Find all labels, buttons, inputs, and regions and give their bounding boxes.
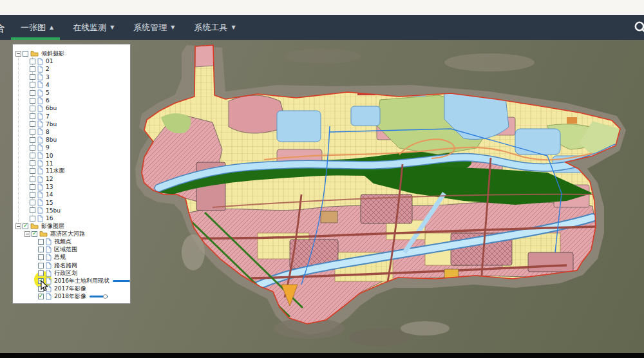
checkbox-6[interactable] — [30, 98, 35, 104]
file-icon — [37, 113, 43, 120]
slider-handle[interactable] — [103, 294, 108, 299]
tree-item-label[interactable]: 6 — [46, 97, 50, 104]
tree-item-label[interactable]: 路名路网 — [54, 261, 77, 270]
opacity-slider-2018年影像[interactable] — [90, 296, 108, 297]
tree-item-label[interactable]: 14 — [46, 191, 53, 198]
app-window: 合 一张图▲在线监测▼系统管理▼系统工具▼ — [0, 0, 644, 358]
file-icon — [37, 167, 43, 174]
tree-item-label[interactable]: 5 — [46, 90, 50, 96]
tree-item-label[interactable]: 4 — [46, 82, 50, 88]
check-icon: ✓ — [23, 222, 28, 229]
folder-icon — [30, 50, 39, 57]
tree-item-label[interactable]: 13 — [46, 184, 53, 190]
tree-item-label[interactable]: 8bu — [46, 137, 57, 143]
nav-item-系统工具[interactable]: 系统工具▼ — [193, 15, 236, 40]
tree-item-label[interactable]: 倾斜摄影 — [41, 50, 64, 58]
tree-item-2: 2 — [13, 65, 130, 73]
top-navbar: 合 一张图▲在线监测▼系统管理▼系统工具▼ — [0, 15, 644, 40]
checkbox-5[interactable] — [30, 90, 35, 96]
opacity-slider-2016年土地利用现状[interactable] — [113, 280, 131, 282]
tree-item-label[interactable]: 行政区划 — [54, 269, 77, 278]
chevron-down-icon: ▼ — [171, 24, 175, 30]
tree-item-label[interactable]: 总规 — [54, 253, 66, 261]
tree-item-影像图层: ✓影像图层 — [13, 222, 130, 230]
folder-icon — [30, 223, 39, 229]
tree-item-label[interactable]: 惠济区大河路 — [50, 230, 85, 238]
checkbox-路名路网[interactable] — [38, 263, 44, 268]
checkbox-倾斜摄影[interactable] — [23, 51, 28, 57]
nav-item-label: 在线监测 — [73, 22, 106, 33]
tree-item-label[interactable]: 11水面 — [46, 167, 64, 175]
expander-minus-icon[interactable] — [24, 231, 30, 237]
checkbox-13[interactable] — [30, 184, 35, 190]
checkbox-总规[interactable] — [38, 254, 44, 260]
tree-item-7: 7 — [13, 113, 130, 120]
checkbox-6bu[interactable] — [30, 106, 35, 111]
tree-item-label[interactable]: 10 — [46, 153, 53, 159]
tree-item-label[interactable]: 11 — [46, 160, 53, 167]
checkbox-16[interactable] — [30, 216, 35, 221]
tree-item-label[interactable]: 7bu — [46, 121, 57, 127]
tree-item-label[interactable]: 15 — [46, 200, 53, 206]
file-icon — [37, 215, 43, 222]
checkbox-4[interactable] — [30, 82, 35, 88]
tree-item-label[interactable]: 2 — [46, 66, 50, 72]
expander-minus-icon[interactable] — [15, 51, 21, 57]
search-icon[interactable] — [634, 21, 644, 35]
tree-item-label[interactable]: 视频点 — [54, 238, 71, 246]
file-icon — [37, 58, 43, 65]
tree-item-10: 10 — [13, 151, 130, 159]
tree-item-label[interactable]: 9 — [46, 144, 50, 151]
file-icon — [37, 128, 43, 135]
checkbox-8[interactable] — [30, 129, 35, 135]
tree-item-label[interactable]: 16 — [46, 215, 53, 221]
file-icon — [37, 176, 43, 183]
tree-item-label[interactable]: 2017年影像 — [54, 285, 86, 293]
checkbox-惠济区大河路[interactable]: ✓ — [32, 231, 37, 237]
tree-item-11: 11 — [13, 160, 130, 167]
checkbox-区域范围[interactable] — [38, 247, 44, 252]
checkbox-11[interactable] — [30, 160, 35, 166]
checkbox-9[interactable] — [30, 145, 35, 151]
expander-minus-icon[interactable] — [15, 223, 21, 229]
bottom-black-bar — [0, 353, 644, 358]
file-icon — [37, 90, 43, 97]
checkbox-8bu[interactable] — [30, 137, 35, 143]
file-icon — [37, 160, 43, 167]
checkbox-01[interactable] — [30, 59, 35, 64]
tree-item-label[interactable]: 8 — [46, 129, 50, 135]
checkbox-视频点[interactable] — [38, 239, 44, 245]
nav-item-系统管理[interactable]: 系统管理▼ — [132, 15, 176, 40]
checkbox-7[interactable] — [30, 113, 35, 119]
tree-item-label[interactable]: 12 — [46, 176, 53, 182]
checkbox-10[interactable] — [30, 153, 35, 158]
checkbox-15[interactable] — [30, 200, 35, 205]
checkbox-2[interactable] — [30, 66, 35, 72]
tree-item-label[interactable]: 01 — [46, 58, 53, 64]
checkbox-3[interactable] — [30, 74, 35, 80]
checkbox-2018年影像[interactable]: ✓ — [38, 294, 44, 299]
checkbox-15bu[interactable] — [30, 207, 35, 213]
chevron-down-icon: ▼ — [231, 24, 235, 30]
checkbox-行政区划[interactable] — [38, 270, 44, 276]
checkbox-12[interactable] — [30, 176, 35, 182]
checkbox-影像图层[interactable]: ✓ — [23, 223, 28, 229]
slider-handle[interactable] — [129, 279, 131, 283]
checkbox-14[interactable] — [30, 192, 35, 198]
checkbox-7bu[interactable] — [30, 121, 35, 127]
tree-item-7bu: 7bu — [13, 120, 130, 128]
tree-item-label[interactable]: 6bu — [46, 105, 57, 111]
file-icon — [37, 137, 43, 144]
browser-page-top-strip — [0, 0, 644, 15]
tree-item-label[interactable]: 3 — [46, 74, 50, 80]
nav-item-一张图[interactable]: 一张图▲ — [19, 15, 55, 40]
tree-item-label[interactable]: 2016年土地利用现状 — [54, 277, 109, 285]
nav-item-在线监测[interactable]: 在线监测▼ — [71, 15, 115, 40]
tree-item-label[interactable]: 15bu — [46, 207, 61, 214]
checkbox-11水面[interactable] — [30, 168, 35, 174]
tree-item-label[interactable]: 7 — [46, 113, 50, 120]
tree-item-label[interactable]: 影像图层 — [41, 222, 64, 231]
file-icon — [37, 97, 43, 104]
tree-item-label[interactable]: 区域范围 — [54, 245, 77, 254]
tree-item-label[interactable]: 2018年影像 — [54, 292, 86, 301]
